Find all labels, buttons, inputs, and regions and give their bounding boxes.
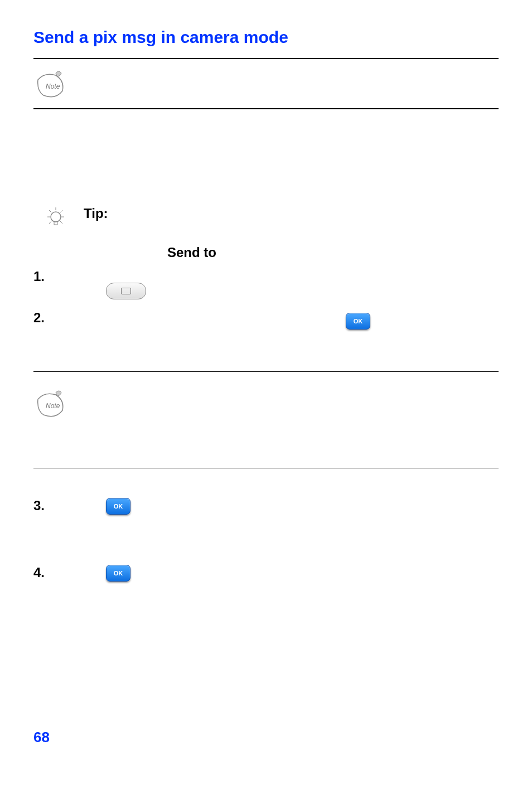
rule-top-1 [33, 58, 499, 59]
step-number-1: 1. [33, 269, 50, 284]
step-number-3: 3. [33, 498, 50, 514]
svg-text:Note: Note [46, 402, 60, 410]
send-to-row: Send to [33, 245, 499, 260]
note-block-1: Note [33, 64, 499, 104]
ok-button-icon: OK [346, 313, 370, 330]
ok-button-icon: OK [106, 565, 130, 582]
ok-button-icon: OK [106, 498, 130, 515]
camera-key-icon [106, 283, 146, 299]
note-icon: Note [33, 69, 67, 99]
svg-line-9 [60, 221, 62, 224]
svg-line-8 [49, 221, 51, 224]
step-1: 1. [33, 269, 499, 302]
step-2: 2. OK [33, 310, 499, 338]
svg-point-1 [51, 212, 61, 222]
svg-text:Note: Note [46, 83, 60, 90]
rule-mid-1 [33, 371, 499, 372]
rule-top-2 [33, 108, 499, 109]
note-icon: Note [33, 388, 67, 419]
step-number-2: 2. [33, 310, 50, 326]
step-3: 3. OK [33, 498, 499, 526]
lightbulb-icon [45, 206, 67, 231]
step-number-4: 4. [33, 565, 50, 580]
step-4: 4. OK [33, 565, 499, 593]
page-number: 68 [33, 729, 50, 746]
rule-mid-2 [33, 468, 499, 468]
send-to-label: Send to [167, 245, 216, 260]
svg-line-7 [60, 210, 62, 212]
tip-row: Tip: [45, 203, 499, 231]
tip-label: Tip: [84, 206, 108, 221]
note-block-2: Note [33, 383, 499, 423]
svg-line-6 [49, 210, 51, 212]
page-title: Send a pix msg in camera mode [33, 28, 499, 47]
